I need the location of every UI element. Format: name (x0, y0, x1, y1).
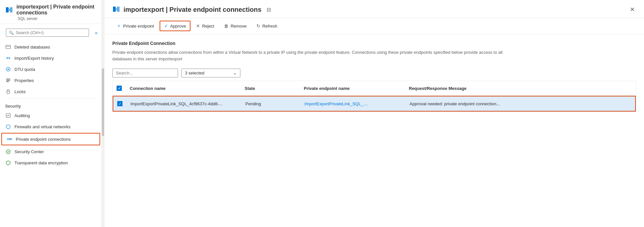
svg-rect-8 (6, 81, 9, 82)
column-header-endpoint-name: Private endpoint name (300, 84, 405, 93)
locks-icon (5, 89, 11, 94)
row-checkbox[interactable]: ✓ (113, 99, 126, 108)
svg-rect-2 (6, 45, 11, 49)
filter-dropdown[interactable]: 3 selected ⌄ (181, 69, 240, 77)
security-section-label: Security (0, 100, 101, 110)
sidebar-item-label: DTU quota (14, 67, 35, 72)
sidebar-nav: Deleted databases Import/Export history … (0, 41, 101, 227)
scrollbar[interactable] (102, 0, 104, 227)
svg-rect-10 (6, 114, 10, 117)
sidebar-header: importexport | Private endpoint connecti… (0, 0, 101, 24)
cell-endpoint-name[interactable]: ImportExportPrivateLink_SQL_.... (300, 99, 406, 108)
svg-rect-7 (6, 80, 10, 81)
add-icon: ＋ (117, 23, 121, 29)
reject-button[interactable]: ✕ Reject (192, 21, 218, 31)
sidebar-item-label: Import/Export history (14, 56, 54, 61)
private-endpoint-icon (7, 136, 12, 142)
sidebar-item-label: Private endpoint connections (16, 137, 71, 142)
svg-rect-0 (6, 7, 9, 12)
header-app-icon (112, 5, 120, 14)
sidebar-item-locks[interactable]: Locks (0, 86, 101, 97)
sidebar: importexport | Private endpoint connecti… (0, 0, 102, 227)
page-header: importexport | Private endpoint connecti… (104, 0, 644, 18)
chevron-down-icon: ⌄ (233, 71, 237, 75)
svg-point-5 (8, 69, 9, 70)
page-title: importexport | Private endpoint connecti… (16, 4, 96, 16)
page-title-text: importexport | Private endpoint connecti… (123, 6, 261, 13)
reject-label: Reject (202, 24, 214, 29)
remove-button[interactable]: 🗑 Remove (220, 21, 251, 31)
page-body: Private Endpoint Connection Private endp… (104, 34, 644, 227)
section-description: Private endpoint connections allow conne… (112, 49, 506, 62)
deleted-databases-icon (5, 44, 11, 50)
section-title: Private Endpoint Connection (112, 41, 636, 46)
main-content: importexport | Private endpoint connecti… (104, 0, 644, 227)
filter-dropdown-value: 3 selected (185, 71, 204, 75)
sidebar-item-label: Firewalls and virtual networks (14, 124, 71, 129)
dtu-quota-icon (5, 66, 11, 72)
checkbox-checked[interactable]: ✓ (117, 101, 122, 106)
collapse-button[interactable]: « (94, 30, 99, 35)
svg-rect-13 (113, 7, 116, 12)
sidebar-item-private-endpoint[interactable]: Private endpoint connections (1, 133, 100, 145)
refresh-button[interactable]: ↻ Refresh (252, 21, 282, 31)
sidebar-item-auditing[interactable]: Auditing (0, 110, 101, 121)
column-header-message: Request/Response Message (405, 84, 636, 93)
add-private-endpoint-button[interactable]: ＋ Private endpoint (112, 21, 158, 31)
svg-rect-9 (7, 91, 10, 93)
sidebar-item-label: Properties (14, 78, 34, 83)
sidebar-search-box[interactable]: 🔍 (6, 29, 89, 37)
data-table: ✓ Connection name State Private endpoint… (112, 81, 636, 112)
sidebar-title-row: importexport | Private endpoint connecti… (5, 4, 96, 16)
table-search-input[interactable] (112, 69, 178, 77)
add-private-endpoint-label: Private endpoint (123, 24, 154, 29)
svg-point-11 (7, 138, 9, 140)
remove-label: Remove (231, 24, 246, 29)
sidebar-item-transparent-data[interactable]: Transparent data encryption (0, 157, 101, 168)
app-icon (5, 5, 13, 14)
sidebar-item-import-export[interactable]: Import/Export history (0, 52, 101, 64)
import-export-icon (5, 55, 11, 61)
nav-divider (5, 98, 96, 99)
approve-label: Approve (170, 24, 186, 29)
auditing-icon (5, 113, 11, 118)
filter-bar: 3 selected ⌄ (112, 69, 636, 77)
remove-icon: 🗑 (224, 23, 229, 29)
svg-rect-6 (6, 79, 10, 79)
sidebar-subtitle: SQL server (5, 16, 96, 21)
column-header-connection-name: Connection name (126, 84, 241, 93)
approve-icon: ✓ (164, 23, 168, 29)
sidebar-item-dtu-quota[interactable]: DTU quota (0, 64, 101, 75)
svg-rect-14 (117, 7, 120, 12)
checkbox-all[interactable]: ✓ (117, 86, 122, 91)
select-all-checkbox[interactable]: ✓ (113, 84, 126, 93)
sidebar-search-input[interactable] (16, 30, 86, 35)
sidebar-item-label: Transparent data encryption (14, 160, 68, 165)
table-header: ✓ Connection name State Private endpoint… (113, 81, 636, 96)
cell-message: Approval needed: private endpoint connec… (406, 99, 635, 108)
sidebar-item-label: Deleted databases (14, 45, 50, 50)
sidebar-item-label: Security Center (14, 149, 44, 154)
toolbar: ＋ Private endpoint ✓ Approve ✕ Reject 🗑 … (104, 18, 644, 34)
search-icon: 🔍 (9, 31, 14, 35)
svg-rect-1 (10, 7, 12, 12)
security-center-icon (5, 149, 11, 155)
approve-button[interactable]: ✓ Approve (160, 21, 190, 31)
sidebar-item-deleted-databases[interactable]: Deleted databases (0, 41, 101, 52)
close-button[interactable]: ✕ (629, 5, 636, 14)
cell-state: Pending (241, 99, 300, 108)
refresh-icon: ↻ (256, 23, 260, 29)
svg-rect-3 (7, 46, 10, 47)
refresh-label: Refresh (262, 24, 278, 29)
sidebar-item-security-center[interactable]: Security Center (0, 146, 101, 157)
sidebar-item-firewalls[interactable]: Firewalls and virtual networks (0, 121, 101, 132)
firewalls-icon (5, 124, 11, 130)
sidebar-item-label: Auditing (14, 113, 30, 118)
properties-icon (5, 77, 11, 83)
cell-connection-name: ImportExportPrivateLink_SQL_4cf9637c-4dd… (126, 99, 241, 108)
reject-icon: ✕ (196, 23, 200, 29)
table-row[interactable]: ✓ ImportExportPrivateLink_SQL_4cf9637c-4… (113, 96, 636, 112)
print-icon[interactable]: ⊟ (267, 7, 271, 13)
sidebar-item-properties[interactable]: Properties (0, 75, 101, 86)
column-header-state: State (241, 84, 300, 93)
